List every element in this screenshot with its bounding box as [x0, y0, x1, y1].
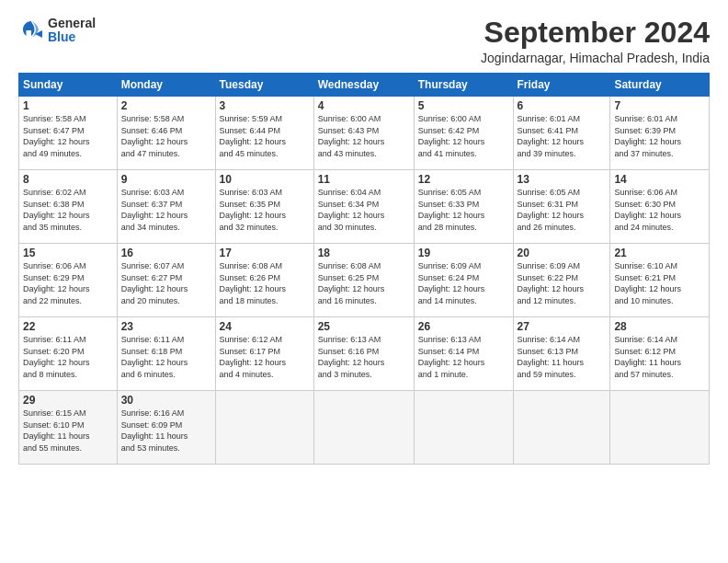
logo-text: General Blue: [48, 17, 96, 45]
day-number: 5: [418, 99, 509, 112]
day-number: 21: [614, 247, 705, 259]
week-row-5: 29Sunrise: 6:15 AM Sunset: 6:10 PM Dayli…: [19, 391, 710, 465]
day-number: 26: [418, 320, 509, 333]
day-number: 8: [23, 173, 113, 186]
day-info: Sunrise: 6:03 AM Sunset: 6:37 PM Dayligh…: [121, 187, 211, 233]
logo: General Blue: [18, 17, 96, 45]
day-info: Sunrise: 5:58 AM Sunset: 6:46 PM Dayligh…: [121, 113, 211, 159]
calendar-table: Sunday Monday Tuesday Wednesday Thursday…: [18, 73, 710, 465]
col-monday: Monday: [117, 74, 215, 97]
day-info: Sunrise: 5:58 AM Sunset: 6:47 PM Dayligh…: [23, 113, 113, 159]
day-number: 13: [518, 173, 607, 186]
calendar-cell: 27Sunrise: 6:14 AM Sunset: 6:13 PM Dayli…: [513, 317, 610, 391]
page: General Blue September 2024 Jogindarnaga…: [0, 0, 728, 563]
day-info: Sunrise: 6:03 AM Sunset: 6:35 PM Dayligh…: [220, 187, 310, 233]
calendar-cell: 6Sunrise: 6:01 AM Sunset: 6:41 PM Daylig…: [513, 97, 610, 170]
calendar-cell: 14Sunrise: 6:06 AM Sunset: 6:30 PM Dayli…: [610, 170, 710, 244]
day-number: 24: [220, 320, 310, 333]
month-title: September 2024: [481, 17, 710, 49]
day-number: 10: [220, 173, 310, 186]
header: General Blue September 2024 Jogindarnaga…: [18, 17, 710, 65]
calendar-cell: 22Sunrise: 6:11 AM Sunset: 6:20 PM Dayli…: [19, 317, 118, 391]
calendar-cell: 9Sunrise: 6:03 AM Sunset: 6:37 PM Daylig…: [117, 170, 215, 244]
day-number: 27: [518, 320, 607, 333]
logo-general: General: [48, 17, 96, 30]
day-info: Sunrise: 6:10 AM Sunset: 6:21 PM Dayligh…: [614, 260, 705, 306]
col-wednesday: Wednesday: [313, 74, 414, 97]
logo-blue: Blue: [48, 30, 96, 44]
day-info: Sunrise: 6:14 AM Sunset: 6:13 PM Dayligh…: [518, 334, 607, 380]
day-number: 15: [23, 247, 113, 259]
col-friday: Friday: [513, 74, 610, 97]
calendar-cell: 15Sunrise: 6:06 AM Sunset: 6:29 PM Dayli…: [19, 244, 118, 317]
day-info: Sunrise: 6:08 AM Sunset: 6:26 PM Dayligh…: [220, 260, 310, 306]
calendar-header: Sunday Monday Tuesday Wednesday Thursday…: [19, 74, 710, 97]
calendar-cell: 29Sunrise: 6:15 AM Sunset: 6:10 PM Dayli…: [19, 391, 118, 465]
subtitle: Jogindarnagar, Himachal Pradesh, India: [481, 51, 710, 65]
week-row-4: 22Sunrise: 6:11 AM Sunset: 6:20 PM Dayli…: [19, 317, 710, 391]
day-info: Sunrise: 6:16 AM Sunset: 6:09 PM Dayligh…: [121, 408, 211, 454]
col-thursday: Thursday: [414, 74, 513, 97]
day-number: 23: [121, 320, 211, 333]
day-info: Sunrise: 6:12 AM Sunset: 6:17 PM Dayligh…: [220, 334, 310, 380]
day-number: 18: [318, 247, 410, 259]
day-info: Sunrise: 6:09 AM Sunset: 6:22 PM Dayligh…: [518, 260, 607, 306]
calendar-cell: 24Sunrise: 6:12 AM Sunset: 6:17 PM Dayli…: [215, 317, 313, 391]
calendar-cell: 4Sunrise: 6:00 AM Sunset: 6:43 PM Daylig…: [313, 97, 414, 170]
day-info: Sunrise: 6:11 AM Sunset: 6:20 PM Dayligh…: [23, 334, 113, 380]
day-info: Sunrise: 6:01 AM Sunset: 6:41 PM Dayligh…: [518, 113, 607, 159]
week-row-3: 15Sunrise: 6:06 AM Sunset: 6:29 PM Dayli…: [19, 244, 710, 317]
day-info: Sunrise: 6:11 AM Sunset: 6:18 PM Dayligh…: [121, 334, 211, 380]
calendar-cell: 13Sunrise: 6:05 AM Sunset: 6:31 PM Dayli…: [513, 170, 610, 244]
day-number: 6: [518, 99, 607, 112]
day-info: Sunrise: 6:01 AM Sunset: 6:39 PM Dayligh…: [614, 113, 705, 159]
calendar-cell: 12Sunrise: 6:05 AM Sunset: 6:33 PM Dayli…: [414, 170, 513, 244]
day-info: Sunrise: 6:08 AM Sunset: 6:25 PM Dayligh…: [318, 260, 410, 306]
day-info: Sunrise: 6:13 AM Sunset: 6:16 PM Dayligh…: [318, 334, 410, 380]
calendar-cell: [610, 391, 710, 465]
day-info: Sunrise: 6:00 AM Sunset: 6:42 PM Dayligh…: [418, 113, 509, 159]
week-row-2: 8Sunrise: 6:02 AM Sunset: 6:38 PM Daylig…: [19, 170, 710, 244]
calendar-cell: 16Sunrise: 6:07 AM Sunset: 6:27 PM Dayli…: [117, 244, 215, 317]
day-number: 30: [121, 394, 211, 407]
calendar-cell: 26Sunrise: 6:13 AM Sunset: 6:14 PM Dayli…: [414, 317, 513, 391]
day-info: Sunrise: 6:07 AM Sunset: 6:27 PM Dayligh…: [121, 260, 211, 306]
day-info: Sunrise: 6:14 AM Sunset: 6:12 PM Dayligh…: [614, 334, 705, 380]
calendar-cell: 2Sunrise: 5:58 AM Sunset: 6:46 PM Daylig…: [117, 97, 215, 170]
calendar-cell: 7Sunrise: 6:01 AM Sunset: 6:39 PM Daylig…: [610, 97, 710, 170]
calendar-cell: 21Sunrise: 6:10 AM Sunset: 6:21 PM Dayli…: [610, 244, 710, 317]
calendar-cell: 19Sunrise: 6:09 AM Sunset: 6:24 PM Dayli…: [414, 244, 513, 317]
day-info: Sunrise: 6:00 AM Sunset: 6:43 PM Dayligh…: [318, 113, 410, 159]
day-number: 4: [318, 99, 410, 112]
day-number: 1: [23, 99, 113, 112]
day-info: Sunrise: 6:15 AM Sunset: 6:10 PM Dayligh…: [23, 408, 113, 454]
day-info: Sunrise: 6:06 AM Sunset: 6:29 PM Dayligh…: [23, 260, 113, 306]
day-number: 14: [614, 173, 705, 186]
day-info: Sunrise: 6:13 AM Sunset: 6:14 PM Dayligh…: [418, 334, 509, 380]
header-row: Sunday Monday Tuesday Wednesday Thursday…: [19, 74, 710, 97]
day-info: Sunrise: 6:05 AM Sunset: 6:31 PM Dayligh…: [518, 187, 607, 233]
day-number: 22: [23, 320, 113, 333]
day-number: 17: [220, 247, 310, 259]
calendar-body: 1Sunrise: 5:58 AM Sunset: 6:47 PM Daylig…: [19, 97, 710, 465]
calendar-cell: [414, 391, 513, 465]
col-saturday: Saturday: [610, 74, 710, 97]
calendar-cell: 30Sunrise: 6:16 AM Sunset: 6:09 PM Dayli…: [117, 391, 215, 465]
day-number: 7: [614, 99, 705, 112]
calendar-cell: 23Sunrise: 6:11 AM Sunset: 6:18 PM Dayli…: [117, 317, 215, 391]
day-number: 19: [418, 247, 509, 259]
calendar-cell: 20Sunrise: 6:09 AM Sunset: 6:22 PM Dayli…: [513, 244, 610, 317]
day-info: Sunrise: 6:05 AM Sunset: 6:33 PM Dayligh…: [418, 187, 509, 233]
day-number: 3: [220, 99, 310, 112]
day-info: Sunrise: 6:02 AM Sunset: 6:38 PM Dayligh…: [23, 187, 113, 233]
calendar-cell: [313, 391, 414, 465]
calendar-cell: 17Sunrise: 6:08 AM Sunset: 6:26 PM Dayli…: [215, 244, 313, 317]
day-number: 29: [23, 394, 113, 407]
col-tuesday: Tuesday: [215, 74, 313, 97]
calendar-cell: 18Sunrise: 6:08 AM Sunset: 6:25 PM Dayli…: [313, 244, 414, 317]
day-number: 28: [614, 320, 705, 333]
calendar-cell: 10Sunrise: 6:03 AM Sunset: 6:35 PM Dayli…: [215, 170, 313, 244]
calendar-cell: 28Sunrise: 6:14 AM Sunset: 6:12 PM Dayli…: [610, 317, 710, 391]
day-number: 11: [318, 173, 410, 186]
calendar-cell: 25Sunrise: 6:13 AM Sunset: 6:16 PM Dayli…: [313, 317, 414, 391]
